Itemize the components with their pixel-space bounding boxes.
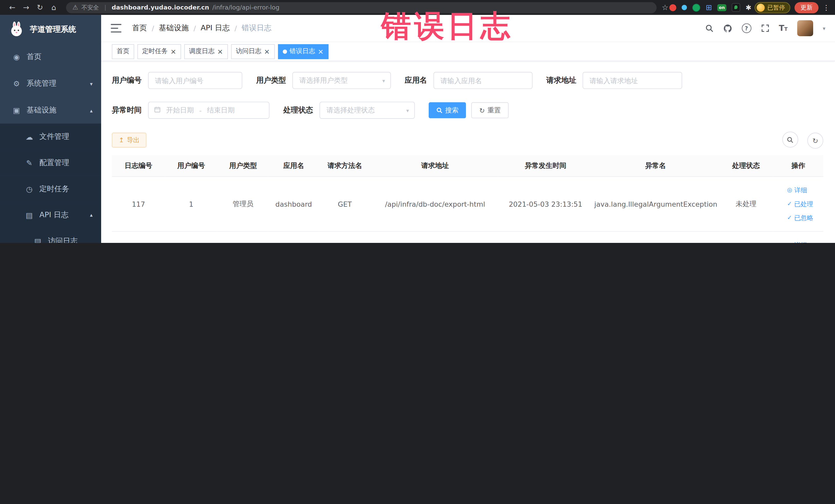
sidebar: 芋道管理系统 ◉首页⚙系统管理▾▣基础设施▴☁文件管理✎配置管理◷定时任务▤AP…: [0, 15, 101, 243]
exception-time-range-picker[interactable]: 开始日期 - 结束日期: [148, 102, 269, 119]
sidebar-item[interactable]: ✎配置管理: [0, 150, 101, 176]
sidebar-item[interactable]: ⚙系统管理▾: [0, 70, 101, 97]
user-type-select[interactable]: 请选择用户类型 ▾: [292, 72, 391, 89]
action-label: 详细: [794, 238, 807, 243]
chevron-up-icon: ▴: [90, 107, 93, 113]
github-icon[interactable]: [723, 24, 732, 33]
sidebar-item[interactable]: ▣基础设施▴: [0, 97, 101, 124]
cell-app: dashboard: [269, 231, 319, 243]
browser-profile-chip[interactable]: 已暂停: [755, 2, 790, 13]
export-button[interactable]: ↥ 导出: [112, 133, 147, 148]
ext-on-badge[interactable]: on: [717, 4, 727, 11]
action-link[interactable]: ✓已忽略: [787, 211, 821, 225]
ext-dark-leaf-icon[interactable]: [732, 3, 740, 12]
collapse-sidebar-icon[interactable]: [111, 24, 121, 32]
process-status-select[interactable]: 请选择处理状态 ▾: [320, 102, 415, 119]
filter-user-type: 用户类型 请选择用户类型 ▾: [256, 72, 391, 89]
gear-icon: ⚙: [11, 79, 22, 88]
column-header: 异常名: [592, 155, 719, 177]
browser-update-button[interactable]: 更新: [794, 2, 818, 13]
font-size-icon[interactable]: TT: [779, 23, 788, 33]
breadcrumb-item[interactable]: 基础设施: [159, 23, 189, 33]
profile-label: 已暂停: [768, 3, 785, 11]
action-link[interactable]: ◎详细: [787, 183, 821, 197]
ext-green-circle-icon[interactable]: [692, 3, 700, 11]
ext-red-circle-icon[interactable]: [669, 4, 676, 11]
tab-label: 调度日志: [189, 47, 215, 56]
breadcrumb-item[interactable]: API 日志: [201, 23, 230, 33]
user-id-input[interactable]: [148, 72, 242, 89]
breadcrumb-separator: /: [152, 24, 154, 32]
tab[interactable]: 错误日志×: [278, 44, 328, 59]
tab[interactable]: 调度日志×: [184, 44, 228, 59]
breadcrumb-item[interactable]: 首页: [132, 23, 147, 33]
cell-method: GET: [319, 231, 371, 243]
close-icon[interactable]: ×: [170, 48, 176, 55]
process-status-placeholder: 请选择处理状态: [326, 105, 375, 115]
breadcrumb-separator: /: [194, 24, 196, 32]
sidebar-item[interactable]: ▤API 日志▴: [0, 202, 101, 228]
clock-icon: ◷: [23, 185, 35, 193]
sidebar-item-label: 首页: [27, 52, 42, 62]
address-bar[interactable]: ⚠ 不安全 | dashboard.yudao.iocoder.cn/infra…: [66, 2, 656, 13]
filter-process-status: 处理状态 请选择处理状态 ▾: [283, 102, 415, 119]
tab[interactable]: 访问日志×: [231, 44, 274, 59]
sidebar-item[interactable]: ▤访问日志: [0, 228, 101, 243]
bookmark-star-icon[interactable]: ☆: [662, 3, 668, 12]
tags-bar: 首页定时任务×调度日志×访问日志×错误日志×: [101, 42, 835, 61]
toolbar-right: ↻: [776, 132, 823, 148]
tab[interactable]: 定时任务×: [137, 44, 181, 59]
app-logo[interactable]: 芋道管理系统: [0, 15, 101, 44]
filter-user-id: 用户编号: [112, 72, 242, 89]
close-icon[interactable]: ×: [217, 48, 223, 55]
sidebar-item-label: 基础设施: [27, 105, 57, 115]
reload-icon[interactable]: ↻: [33, 3, 47, 12]
forward-icon[interactable]: →: [19, 3, 33, 12]
filter-app-name: 应用名: [405, 72, 533, 89]
column-header: 用户类型: [217, 155, 269, 177]
reset-button[interactable]: ↻ 重置: [471, 102, 509, 118]
search-button[interactable]: 搜索: [429, 102, 466, 118]
tab[interactable]: 首页: [112, 44, 134, 59]
user-type-placeholder: 请选择用户类型: [299, 76, 348, 85]
back-icon[interactable]: ←: [5, 3, 19, 12]
cell-time: 2021-05-03 12:02:31: [499, 231, 592, 243]
sidebar-item[interactable]: ◉首页: [0, 44, 101, 70]
url-path: /infra/log/api-error-log: [212, 4, 279, 11]
app-name-input[interactable]: [433, 72, 533, 89]
app-frame: 芋道管理系统 ◉首页⚙系统管理▾▣基础设施▴☁文件管理✎配置管理◷定时任务▤AP…: [0, 15, 835, 243]
filter-row-2: 异常时间 开始日期 - 结束日期 处理状态 请选: [112, 102, 823, 119]
home-icon[interactable]: ⌂: [47, 3, 61, 12]
fullscreen-icon[interactable]: [761, 24, 769, 32]
ext-pinwheel-icon[interactable]: ✱: [746, 3, 752, 11]
cell-user-id: 1: [165, 231, 217, 243]
sidebar-item-label: API 日志: [40, 210, 68, 220]
sidebar-item[interactable]: ☁文件管理: [0, 123, 101, 150]
reset-button-label: 重置: [487, 106, 501, 115]
help-icon[interactable]: ?: [741, 23, 751, 33]
sidebar-item[interactable]: ◷定时任务: [0, 176, 101, 202]
chevron-down-icon[interactable]: ▾: [823, 25, 825, 31]
action-link[interactable]: ✓已处理: [787, 197, 821, 211]
request-url-input[interactable]: [583, 72, 682, 89]
cell-user-id: 1: [165, 177, 217, 231]
error-log-table: 日志编号用户编号用户类型应用名请求方法名请求地址异常发生时间异常名处理状态操作 …: [112, 155, 823, 243]
process-status-label: 处理状态: [283, 105, 313, 115]
cloud-icon: ☁: [23, 133, 35, 141]
action-link[interactable]: ◎详细: [787, 238, 821, 243]
toggle-search-button[interactable]: [782, 132, 798, 147]
user-avatar[interactable]: [797, 20, 813, 36]
search-icon[interactable]: [705, 24, 713, 32]
eye-icon: ◎: [787, 183, 792, 197]
compass-icon: ◉: [11, 53, 22, 61]
ext-blue-drop-icon[interactable]: [682, 5, 687, 10]
cell-id: 116: [112, 231, 165, 243]
close-icon[interactable]: ×: [318, 48, 324, 55]
browser-menu-icon[interactable]: ⋮: [823, 3, 830, 11]
close-icon[interactable]: ×: [264, 48, 270, 55]
cell-status: 未处理: [719, 177, 773, 231]
refresh-button[interactable]: ↻: [807, 133, 823, 149]
ext-grid-icon[interactable]: ⊞: [706, 4, 712, 11]
header-actions: ? TT ▾: [705, 20, 826, 36]
filter-exception-time: 异常时间 开始日期 - 结束日期: [112, 102, 269, 119]
